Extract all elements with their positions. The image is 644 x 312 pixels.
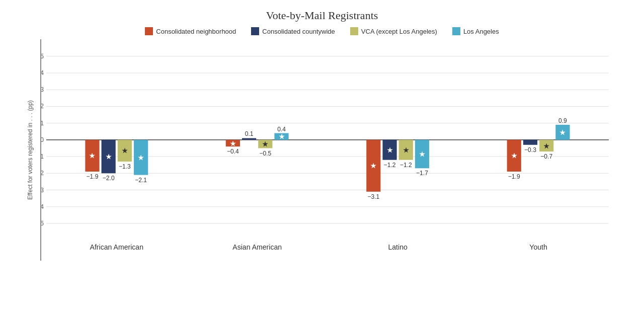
svg-text:1: 1 (41, 120, 44, 127)
legend-item: Consolidated countywide (251, 27, 335, 35)
svg-text:−1.9: −1.9 (508, 173, 520, 180)
svg-text:★: ★ (543, 142, 549, 150)
svg-text:−0.5: −0.5 (259, 150, 271, 157)
bar (242, 138, 256, 140)
svg-text:4: 4 (41, 69, 44, 76)
legend-item: VCA (except Los Angeles) (350, 27, 437, 35)
group-label: Asian American (232, 243, 282, 251)
svg-text:−1.9: −1.9 (87, 173, 99, 180)
legend-label: VCA (except Los Angeles) (361, 28, 437, 35)
chart-svg: −5−4−3−2−1012345★−1.9★−2.0★−1.3★−2.1Afri… (41, 39, 624, 261)
group-label: African American (90, 243, 143, 251)
svg-text:★: ★ (370, 162, 376, 170)
chart-title: Vote-by-Mail Registrants (266, 9, 378, 22)
svg-text:−2.0: −2.0 (103, 175, 115, 182)
svg-text:−0.4: −0.4 (227, 148, 239, 155)
svg-text:−5: −5 (41, 220, 44, 227)
svg-text:−1.2: −1.2 (384, 162, 396, 169)
legend-item: Los Angeles (452, 27, 499, 35)
svg-text:★: ★ (106, 153, 112, 161)
bar (523, 140, 537, 145)
svg-text:5: 5 (41, 53, 44, 60)
svg-text:★: ★ (511, 152, 517, 160)
legend-label: Los Angeles (463, 28, 499, 35)
svg-text:★: ★ (89, 152, 95, 160)
y-axis-label: Effect for voters registered in . . . (p… (20, 39, 40, 261)
svg-text:★: ★ (230, 140, 236, 147)
svg-text:0.4: 0.4 (277, 126, 286, 133)
group-label: Latino (388, 243, 408, 251)
svg-text:−4: −4 (41, 203, 44, 210)
legend-swatch (251, 27, 259, 35)
legend: Consolidated neighborhoodConsolidated co… (145, 27, 499, 35)
svg-text:★: ★ (403, 146, 409, 154)
svg-text:−2: −2 (41, 170, 44, 177)
svg-text:★: ★ (279, 133, 285, 140)
svg-text:★: ★ (387, 146, 393, 154)
svg-text:−1.2: −1.2 (400, 162, 412, 169)
svg-text:−2.1: −2.1 (135, 177, 147, 184)
plot-area: −5−4−3−2−1012345★−1.9★−2.0★−1.3★−2.1Afri… (40, 39, 624, 261)
svg-text:−0.3: −0.3 (524, 146, 536, 153)
group-label: Youth (529, 243, 547, 251)
svg-text:−1: −1 (41, 153, 44, 160)
svg-text:−1.3: −1.3 (119, 163, 131, 170)
legend-swatch (452, 27, 460, 35)
legend-item: Consolidated neighborhood (145, 27, 236, 35)
svg-text:2: 2 (41, 103, 44, 110)
svg-text:−3.1: −3.1 (367, 193, 379, 200)
svg-text:★: ★ (138, 154, 144, 162)
legend-swatch (350, 27, 358, 35)
legend-swatch (145, 27, 153, 35)
legend-label: Consolidated countywide (262, 28, 335, 35)
svg-text:0.1: 0.1 (245, 131, 254, 138)
chart-area: Effect for voters registered in . . . (p… (20, 39, 624, 261)
svg-text:★: ★ (419, 150, 425, 158)
legend-label: Consolidated neighborhood (156, 28, 236, 35)
svg-text:★: ★ (262, 140, 268, 148)
svg-text:★: ★ (559, 129, 566, 136)
svg-text:0.9: 0.9 (558, 117, 567, 124)
svg-text:3: 3 (41, 86, 44, 93)
svg-text:−3: −3 (41, 187, 44, 194)
svg-text:★: ★ (122, 147, 128, 154)
svg-text:0: 0 (41, 136, 44, 143)
svg-text:−0.7: −0.7 (540, 153, 552, 160)
svg-text:−1.7: −1.7 (416, 170, 428, 177)
